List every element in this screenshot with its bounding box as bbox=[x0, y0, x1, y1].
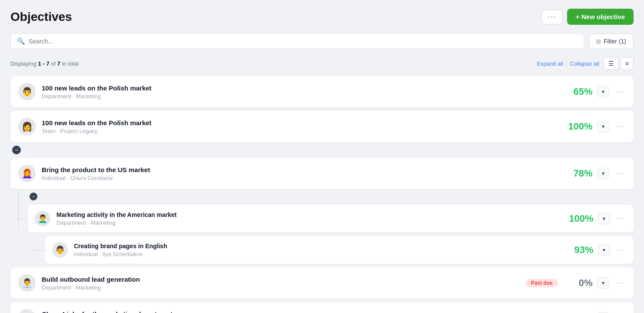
objective-right: 78% ▾ ··· bbox=[562, 168, 626, 179]
compact-view-icon: ≡ bbox=[625, 60, 629, 67]
objective-card: 👨 Creating brand pages in English Indivi… bbox=[45, 236, 634, 264]
objective-meta: Department · Marketing bbox=[42, 93, 556, 100]
objective-name: 100 new leads on the Polish market bbox=[42, 84, 556, 92]
objective-name: 100 new leads on the Polish market bbox=[42, 119, 556, 127]
objective-card: 👩 100 new leads on the Polish market Tea… bbox=[10, 111, 634, 142]
filter-icon: ⊟ bbox=[596, 38, 601, 45]
more-options-button[interactable]: ··· bbox=[541, 10, 563, 24]
objective-meta: Individual · Ilya Scherbakov bbox=[74, 251, 557, 257]
dropdown-button[interactable]: ▾ bbox=[598, 213, 610, 224]
past-due-badge: Past due bbox=[526, 279, 558, 287]
context-menu-button[interactable]: ··· bbox=[614, 121, 626, 132]
dropdown-button[interactable]: ▾ bbox=[597, 121, 609, 132]
view-btn-compact[interactable]: ≡ bbox=[621, 57, 634, 70]
dropdown-button[interactable]: ▾ bbox=[597, 277, 609, 289]
objective-card: 👩‍🦰 Bring the product to the US market I… bbox=[10, 158, 634, 189]
new-objective-button[interactable]: + New objective bbox=[567, 9, 634, 25]
percentage: 0% bbox=[562, 277, 593, 289]
search-icon: 🔍 bbox=[17, 37, 25, 45]
objective-right: 100% ▾ ··· bbox=[562, 121, 626, 132]
filter-button[interactable]: ⊟ Filter (1) bbox=[589, 33, 634, 49]
context-menu-button[interactable]: ··· bbox=[614, 86, 626, 97]
collapse-all-link[interactable]: Collapse all bbox=[570, 60, 599, 67]
objective-right: 93% ▾ ··· bbox=[563, 244, 627, 256]
objective-info: Marketing activity in the American marke… bbox=[56, 211, 557, 226]
avatar: 👨‍💼 bbox=[18, 274, 36, 292]
objective-info: Creating brand pages in English Individu… bbox=[74, 243, 557, 257]
dropdown-button[interactable]: ▾ bbox=[597, 86, 609, 97]
avatar: 👩 bbox=[18, 309, 36, 313]
expand-collapse-links: Expand all | Collapse all bbox=[537, 60, 599, 67]
displaying-text: Displaying 1 - 7 of 7 in total bbox=[10, 60, 79, 67]
dropdown-button[interactable]: ▾ bbox=[597, 168, 609, 179]
objective-right: 100% ▾ ··· bbox=[563, 213, 627, 224]
header-actions: ··· + New objective bbox=[541, 9, 634, 25]
context-menu-button[interactable]: ··· bbox=[614, 277, 626, 289]
divider: | bbox=[566, 60, 567, 67]
filter-label: Filter (1) bbox=[604, 38, 626, 45]
list-view-icon: ☰ bbox=[608, 60, 614, 67]
context-menu-button[interactable]: ··· bbox=[614, 168, 626, 179]
page-title: Objectives bbox=[10, 10, 72, 24]
page-header: Objectives ··· + New objective bbox=[10, 9, 634, 25]
objective-right: Past due 0% ▾ ··· bbox=[526, 277, 626, 289]
objective-meta: Team · Project Legacy bbox=[42, 128, 556, 134]
view-toggle: ☰ ≡ bbox=[604, 57, 634, 70]
search-box: 🔍 bbox=[10, 33, 584, 49]
collapse-button[interactable]: − bbox=[12, 146, 21, 154]
avatar: 👩 bbox=[18, 118, 36, 135]
objective-card: 👨‍💼 Build outbound lead generation Depar… bbox=[10, 267, 634, 299]
objective-info: Build outbound lead generation Departmen… bbox=[42, 276, 520, 291]
objective-name: Creating brand pages in English bbox=[74, 243, 557, 250]
avatar: 👨 bbox=[52, 242, 68, 258]
objective-right: 65% ▾ ··· bbox=[562, 86, 626, 97]
percentage: 78% bbox=[562, 168, 593, 179]
objective-name: Bring the product to the US market bbox=[42, 166, 556, 173]
collapse-button-child[interactable]: − bbox=[30, 193, 37, 200]
list-controls: Displaying 1 - 7 of 7 in total Expand al… bbox=[10, 57, 634, 70]
objective-card: 👨‍🦱 Marketing activity in the American m… bbox=[28, 205, 634, 233]
percentage: 100% bbox=[563, 213, 594, 224]
objective-info: Close 4 jobs for the marketing departmen… bbox=[42, 310, 556, 313]
objective-card: 👩 Close 4 jobs for the marketing departm… bbox=[10, 302, 634, 313]
percentage: 93% bbox=[563, 244, 594, 256]
objective-info: 100 new leads on the Polish market Depar… bbox=[42, 84, 556, 100]
objective-meta: Department · Marketing bbox=[56, 220, 557, 226]
percentage: 65% bbox=[562, 86, 593, 97]
context-menu-button[interactable]: ··· bbox=[614, 244, 627, 256]
search-filter-row: 🔍 ⊟ Filter (1) bbox=[10, 33, 634, 49]
search-input[interactable] bbox=[29, 38, 578, 45]
objectives-list: 👨 100 new leads on the Polish market Dep… bbox=[10, 76, 634, 313]
avatar: 👨‍🦱 bbox=[35, 211, 50, 226]
objective-name: Close 4 jobs for the marketing departmen… bbox=[42, 310, 556, 313]
new-objective-label: + New objective bbox=[576, 13, 625, 20]
context-menu-button[interactable]: ··· bbox=[614, 213, 627, 224]
expand-all-link[interactable]: Expand all bbox=[537, 60, 564, 67]
objective-meta: Individual · Ольга Constaine bbox=[42, 175, 556, 181]
objective-group-3: − 👩‍🦰 Bring the product to the US market… bbox=[10, 146, 634, 264]
dropdown-button[interactable]: ▾ bbox=[598, 244, 610, 256]
objective-info: 100 new leads on the Polish market Team … bbox=[42, 119, 556, 134]
avatar: 👩‍🦰 bbox=[18, 165, 36, 182]
objective-card: 👨 100 new leads on the Polish market Dep… bbox=[10, 76, 634, 107]
objective-name: Marketing activity in the American marke… bbox=[56, 211, 557, 218]
range-start: 1 - 7 bbox=[38, 60, 50, 67]
view-btn-list[interactable]: ☰ bbox=[604, 57, 619, 70]
percentage: 100% bbox=[562, 121, 593, 132]
avatar: 👨 bbox=[18, 83, 36, 100]
objective-info: Bring the product to the US market Indiv… bbox=[42, 166, 556, 181]
objective-meta: Department · Marketing bbox=[42, 284, 520, 291]
objective-name: Build outbound lead generation bbox=[42, 276, 520, 283]
list-controls-right: Expand all | Collapse all ☰ ≡ bbox=[537, 57, 634, 70]
total-count: 7 bbox=[57, 60, 60, 67]
